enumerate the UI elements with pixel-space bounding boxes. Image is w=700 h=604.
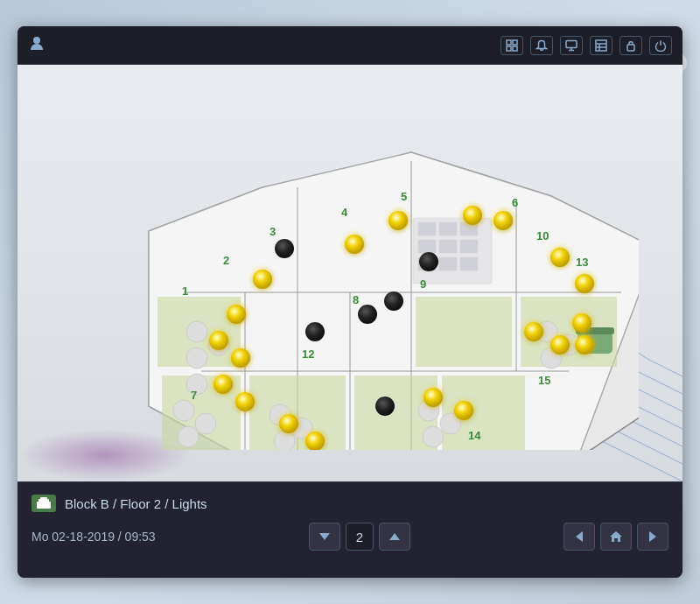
floor-up-button[interactable] — [379, 523, 410, 551]
table-icon[interactable] — [590, 36, 612, 55]
building-floor-plan: 1 2 3 4 5 6 7 8 9 10 11 12 13 14 15 — [44, 74, 639, 450]
svg-point-74 — [275, 239, 294, 258]
svg-rect-53 — [439, 257, 457, 270]
svg-point-78 — [494, 211, 513, 230]
svg-point-96 — [572, 313, 592, 333]
svg-point-73 — [253, 270, 272, 289]
svg-rect-25 — [416, 297, 512, 367]
svg-point-0 — [33, 37, 40, 44]
svg-marker-102 — [389, 533, 400, 540]
svg-text:7: 7 — [191, 389, 197, 402]
svg-point-83 — [419, 252, 438, 271]
map-area: 1 2 3 4 5 6 7 8 9 10 11 12 13 14 15 — [18, 65, 682, 481]
svg-text:14: 14 — [468, 429, 481, 442]
svg-rect-54 — [460, 257, 478, 270]
nav-home-button[interactable] — [600, 523, 632, 551]
toolbar — [18, 26, 682, 65]
svg-rect-51 — [460, 240, 478, 253]
svg-text:1: 1 — [182, 284, 188, 298]
svg-text:5: 5 — [401, 190, 407, 203]
svg-point-38 — [274, 431, 295, 450]
svg-rect-46 — [418, 222, 436, 235]
monitor-icon[interactable] — [560, 36, 583, 55]
svg-text:15: 15 — [538, 374, 550, 387]
svg-point-94 — [524, 322, 543, 341]
svg-rect-2 — [513, 40, 517, 45]
svg-point-82 — [384, 291, 403, 311]
svg-point-77 — [463, 206, 482, 225]
svg-rect-1 — [507, 40, 511, 45]
svg-text:3: 3 — [270, 225, 276, 238]
floor-controls: 2 — [309, 523, 410, 551]
svg-point-87 — [214, 375, 233, 394]
svg-point-92 — [424, 388, 443, 407]
svg-point-91 — [375, 397, 395, 416]
svg-text:12: 12 — [302, 348, 314, 361]
svg-point-90 — [305, 432, 325, 450]
svg-point-95 — [550, 335, 570, 355]
svg-point-80 — [575, 274, 594, 293]
main-panel: 1 2 3 4 5 6 7 8 9 10 11 12 13 14 15 — [18, 26, 682, 578]
svg-point-79 — [550, 248, 570, 267]
nav-next-button[interactable] — [637, 523, 668, 551]
svg-rect-24 — [249, 376, 346, 450]
svg-rect-100 — [40, 497, 47, 500]
breadcrumb-icon — [32, 495, 56, 512]
nav-controls — [564, 523, 668, 551]
floor-down-button[interactable] — [309, 523, 340, 551]
lock-icon[interactable] — [620, 36, 642, 55]
svg-rect-4 — [513, 46, 517, 51]
breadcrumb-text: Block B / Floor 2 / Lights — [65, 496, 207, 511]
svg-text:2: 2 — [223, 254, 229, 267]
svg-rect-28 — [442, 376, 525, 450]
app-wrapper: 1 2 3 4 5 6 7 8 9 10 11 12 13 14 15 — [0, 0, 700, 604]
breadcrumb-row: Block B / Floor 2 / Lights — [18, 482, 682, 519]
svg-text:13: 13 — [576, 256, 588, 269]
floor-number: 2 — [346, 523, 374, 551]
svg-point-34 — [195, 413, 216, 434]
svg-text:9: 9 — [420, 277, 426, 291]
svg-point-35 — [178, 426, 199, 447]
svg-point-33 — [173, 400, 194, 421]
svg-point-88 — [235, 392, 255, 411]
svg-point-75 — [345, 235, 364, 254]
bottom-bar: Block B / Floor 2 / Lights Mo 02-18-2019… — [18, 481, 682, 578]
svg-marker-105 — [649, 531, 656, 542]
user-icon[interactable] — [28, 34, 46, 56]
svg-point-76 — [388, 211, 408, 230]
nav-prev-button[interactable] — [564, 523, 595, 551]
svg-point-93 — [454, 401, 473, 420]
svg-rect-98 — [37, 502, 51, 509]
toolbar-left — [28, 34, 46, 56]
svg-rect-47 — [439, 222, 457, 235]
svg-text:6: 6 — [512, 196, 518, 209]
svg-rect-50 — [439, 240, 457, 253]
svg-marker-104 — [610, 531, 622, 542]
svg-point-86 — [231, 348, 250, 368]
svg-text:10: 10 — [536, 229, 549, 242]
svg-rect-8 — [596, 40, 606, 51]
svg-rect-3 — [507, 46, 511, 51]
svg-text:8: 8 — [353, 293, 359, 306]
svg-rect-49 — [418, 240, 436, 253]
svg-text:4: 4 — [341, 206, 348, 219]
toolbar-right — [500, 36, 672, 55]
svg-point-85 — [209, 331, 228, 350]
svg-point-29 — [186, 321, 207, 342]
svg-point-97 — [575, 335, 594, 355]
svg-point-41 — [423, 426, 444, 447]
power-icon[interactable] — [649, 36, 672, 55]
grid-icon[interactable] — [500, 36, 523, 55]
svg-marker-103 — [576, 531, 583, 542]
svg-point-89 — [279, 414, 298, 433]
svg-point-81 — [358, 305, 377, 324]
svg-rect-5 — [566, 40, 577, 47]
svg-marker-101 — [319, 533, 330, 540]
svg-point-30 — [186, 348, 207, 369]
svg-point-84 — [305, 322, 325, 341]
datetime-text: Mo 02-18-2019 / 09:53 — [32, 530, 156, 544]
svg-point-72 — [227, 305, 246, 324]
bell-icon[interactable] — [530, 36, 553, 55]
controls-row: Mo 02-18-2019 / 09:53 2 — [18, 519, 682, 554]
svg-rect-12 — [627, 45, 634, 51]
